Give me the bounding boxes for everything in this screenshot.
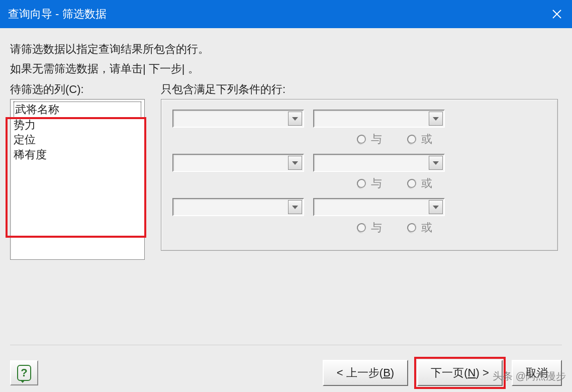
condition-value-combo-1[interactable] (313, 110, 445, 128)
chevron-down-icon (292, 117, 298, 121)
cancel-button[interactable]: 取消 (512, 360, 562, 386)
condition-field-combo-3[interactable] (172, 198, 304, 216)
columns-listbox[interactable]: 武将名称 势力 定位 稀有度 (10, 99, 145, 260)
and-radio-2[interactable]: 与 (357, 176, 382, 191)
chevron-down-icon (292, 161, 298, 165)
or-radio-2[interactable]: 或 (407, 176, 432, 191)
list-item[interactable]: 势力 (14, 118, 141, 133)
or-label: 或 (421, 132, 432, 147)
or-label: 或 (421, 176, 432, 191)
window-title: 查询向导 - 筛选数据 (8, 7, 107, 22)
next-button[interactable]: 下一页(N) > (417, 360, 503, 386)
separator (10, 345, 562, 346)
and-label: 与 (371, 132, 382, 147)
dialog-body: 请筛选数据以指定查询结果所包含的行。 如果无需筛选数据，请单击| 下一步| 。 … (0, 28, 572, 392)
instruction-line-1: 请筛选数据以指定查询结果所包含的行。 (10, 41, 562, 57)
titlebar: 查询向导 - 筛选数据 (0, 0, 572, 28)
chevron-down-icon (433, 117, 439, 121)
or-radio-1[interactable]: 或 (407, 132, 432, 147)
condition-field-combo-1[interactable] (172, 110, 304, 128)
columns-label: 待筛选的列(C): (10, 82, 161, 97)
back-button[interactable]: < 上一步(B) (323, 360, 408, 386)
or-radio-3[interactable]: 或 (407, 220, 432, 235)
help-button[interactable]: ? (10, 360, 38, 385)
condition-field-combo-2[interactable] (172, 154, 304, 172)
close-button[interactable] (542, 0, 572, 28)
chevron-down-icon (292, 206, 298, 209)
and-radio-3[interactable]: 与 (357, 220, 382, 235)
chevron-down-icon (433, 206, 439, 209)
list-item[interactable]: 定位 (14, 132, 141, 147)
close-icon (552, 9, 562, 19)
condition-value-combo-2[interactable] (313, 154, 445, 172)
condition-value-combo-3[interactable] (313, 198, 445, 216)
chevron-down-icon (433, 161, 439, 165)
instruction-line-2: 如果无需筛选数据，请单击| 下一步| 。 (10, 60, 562, 77)
list-item[interactable]: 稀有度 (14, 147, 141, 162)
and-label: 与 (371, 176, 382, 191)
conditions-label: 只包含满足下列条件的行: (161, 82, 285, 97)
list-item[interactable]: 武将名称 (14, 102, 141, 118)
and-radio-1[interactable]: 与 (357, 132, 382, 147)
filter-panel: 与 或 与 或 与 或 (161, 99, 558, 251)
or-label: 或 (421, 220, 432, 235)
and-label: 与 (371, 220, 382, 235)
help-icon: ? (17, 365, 31, 381)
